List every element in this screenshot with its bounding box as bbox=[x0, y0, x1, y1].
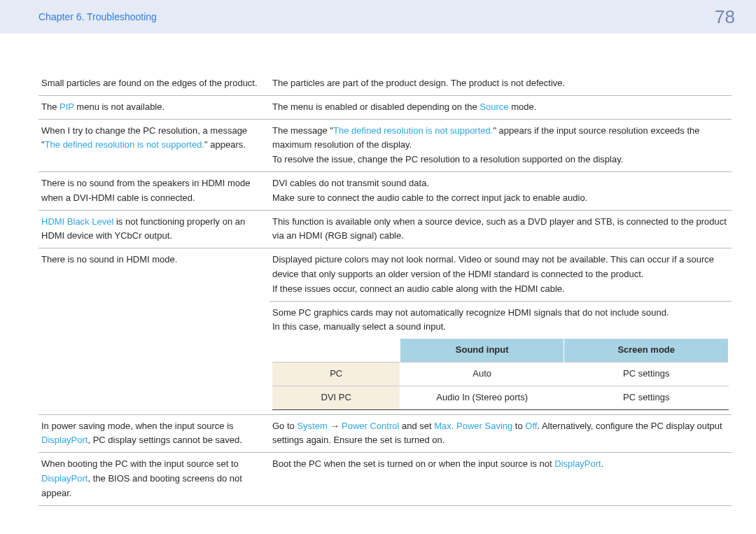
table-row: There is no sound in HDMI mode. Displaye… bbox=[38, 248, 732, 301]
troubleshooting-table: Small particles are found on the edges o… bbox=[38, 72, 732, 506]
text: In this case, manually select a sound in… bbox=[272, 321, 446, 332]
content-area: Small particles are found on the edges o… bbox=[0, 34, 756, 506]
text: , PC display settings cannot be saved. bbox=[88, 435, 241, 445]
inner-cell: Auto bbox=[400, 362, 564, 386]
table-row: Small particles are found on the edges o… bbox=[38, 72, 732, 95]
max-power-saving-link: Max. Power Saving bbox=[434, 421, 512, 431]
text: If these issues occur, connect an audio … bbox=[272, 283, 565, 294]
sound-input-table: Sound input Screen mode PC Auto PC setti… bbox=[272, 339, 729, 409]
text: mode. bbox=[509, 101, 537, 112]
source-link: Source bbox=[479, 101, 508, 112]
text: to bbox=[512, 421, 525, 431]
hdmi-black-level-link: HDMI Black Level bbox=[41, 216, 113, 227]
solution-cell: Boot the PC when the set is turned on or… bbox=[270, 453, 732, 505]
displayport-link: DisplayPort bbox=[41, 473, 88, 484]
system-link: System bbox=[297, 421, 327, 431]
pip-link: PIP bbox=[59, 101, 74, 112]
text: menu is not available. bbox=[74, 101, 164, 112]
issue-cell: The PIP menu is not available. bbox=[38, 95, 270, 119]
table-row: The PIP menu is not available. The menu … bbox=[38, 95, 732, 119]
inner-cell: PC settings bbox=[564, 386, 729, 409]
text: and set bbox=[399, 421, 434, 431]
off-link: Off bbox=[525, 421, 537, 431]
page-number: 78 bbox=[715, 6, 735, 28]
resolution-msg-link: The defined resolution is not supported. bbox=[333, 125, 493, 136]
issue-cell: There is no sound from the speakers in H… bbox=[38, 171, 270, 210]
inner-header-screen: Screen mode bbox=[564, 339, 729, 362]
issue-cell: When booting the PC with the input sourc… bbox=[38, 453, 270, 505]
solution-cell: Displayed picture colors may not look no… bbox=[270, 248, 732, 301]
displayport-link: DisplayPort bbox=[554, 458, 601, 469]
issue-cell: When I try to change the PC resolution, … bbox=[38, 119, 270, 171]
text: In power saving mode, when the input sou… bbox=[41, 421, 234, 431]
text: Boot the PC when the set is turned on or… bbox=[272, 458, 554, 469]
table-row: HDMI Black Level is not functioning prop… bbox=[38, 210, 732, 248]
issue-cell: HDMI Black Level is not functioning prop… bbox=[38, 210, 270, 248]
text: The menu is enabled or disabled dependin… bbox=[272, 101, 479, 112]
text: Displayed picture colors may not look no… bbox=[272, 254, 714, 279]
solution-cell: Go to System → Power Control and set Max… bbox=[270, 414, 732, 453]
text: The message " bbox=[272, 125, 333, 136]
inner-cell: PC settings bbox=[564, 362, 729, 386]
page-header: Chapter 6. Troubleshooting 78 bbox=[0, 0, 756, 34]
text: " appears. bbox=[204, 139, 246, 150]
issue-cell: In power saving mode, when the input sou… bbox=[38, 414, 270, 453]
inner-cell: Audio In (Stereo ports) bbox=[400, 386, 564, 409]
text: DVI cables do not transmit sound data. bbox=[272, 178, 429, 188]
inner-header-blank bbox=[272, 339, 400, 362]
text: . bbox=[601, 458, 604, 469]
resolution-msg-link: The defined resolution is not supported. bbox=[45, 139, 204, 150]
solution-cell: The particles are part of the product de… bbox=[270, 72, 732, 95]
solution-cell: The menu is enabled or disabled dependin… bbox=[270, 95, 732, 119]
table-row: When I try to change the PC resolution, … bbox=[38, 119, 732, 171]
inner-cell: DVI PC bbox=[272, 386, 400, 409]
inner-header-sound: Sound input bbox=[400, 339, 564, 362]
table-row: There is no sound from the speakers in H… bbox=[38, 171, 732, 210]
text: Go to bbox=[272, 421, 297, 431]
power-control-link: Power Control bbox=[342, 421, 399, 431]
inner-cell: PC bbox=[272, 362, 400, 386]
chapter-title: Chapter 6. Troubleshooting bbox=[38, 11, 157, 22]
text: Make sure to connect the audio cable to … bbox=[272, 192, 587, 203]
text: The bbox=[41, 101, 59, 112]
displayport-link: DisplayPort bbox=[41, 435, 88, 445]
solution-cell: DVI cables do not transmit sound data. M… bbox=[270, 171, 732, 210]
text: To resolve the issue, change the PC reso… bbox=[272, 154, 623, 164]
arrow-icon: → bbox=[328, 421, 342, 431]
solution-cell: The message "The defined resolution is n… bbox=[270, 119, 732, 171]
text: Some PC graphics cards may not automatic… bbox=[272, 307, 669, 318]
solution-cell: Some PC graphics cards may not automatic… bbox=[270, 301, 732, 414]
table-row: When booting the PC with the input sourc… bbox=[38, 453, 732, 505]
issue-cell: There is no sound in HDMI mode. bbox=[38, 248, 270, 414]
table-row: In power saving mode, when the input sou… bbox=[38, 414, 732, 453]
issue-cell: Small particles are found on the edges o… bbox=[38, 72, 270, 95]
text: When booting the PC with the input sourc… bbox=[41, 458, 239, 469]
solution-cell: This function is available only when a s… bbox=[270, 210, 732, 248]
